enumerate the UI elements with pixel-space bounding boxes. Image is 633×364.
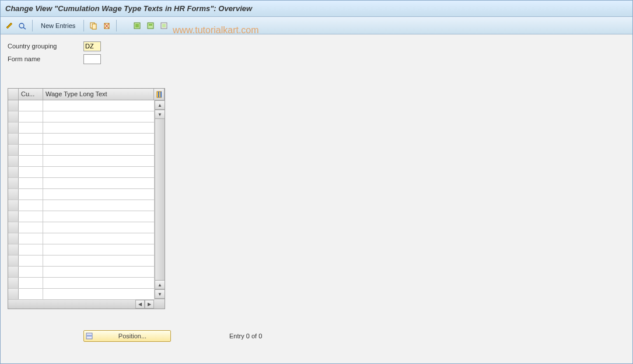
table-row[interactable] xyxy=(8,111,155,123)
scroll-down2-icon[interactable]: ▼ xyxy=(155,289,165,299)
deselect-all-icon[interactable] xyxy=(158,19,170,32)
column-header-cu[interactable]: Cu... xyxy=(19,89,43,100)
cell-cu[interactable] xyxy=(19,289,43,299)
cell-wage-text[interactable] xyxy=(43,200,155,211)
cell-cu[interactable] xyxy=(19,200,43,211)
cell-cu[interactable] xyxy=(19,156,43,166)
new-entries-label: New Entries xyxy=(41,22,75,29)
table-row[interactable] xyxy=(8,189,155,200)
cell-wage-text[interactable] xyxy=(43,111,155,122)
cell-wage-text[interactable] xyxy=(43,233,155,244)
cell-wage-text[interactable] xyxy=(43,267,155,277)
cell-cu[interactable] xyxy=(19,100,43,111)
row-selector[interactable] xyxy=(8,256,19,266)
row-selector-header[interactable] xyxy=(8,89,19,100)
row-selector[interactable] xyxy=(8,123,19,133)
table-row[interactable] xyxy=(8,134,155,145)
cell-wage-text[interactable] xyxy=(43,222,155,233)
scroll-up2-icon[interactable]: ▲ xyxy=(155,280,165,289)
cell-cu[interactable] xyxy=(19,189,43,200)
cell-wage-text[interactable] xyxy=(43,189,155,200)
scroll-right-icon[interactable]: ▶ xyxy=(145,300,154,309)
cell-cu[interactable] xyxy=(19,134,43,144)
cell-wage-text[interactable] xyxy=(43,167,155,177)
table-row[interactable] xyxy=(8,244,155,256)
horizontal-scrollbar[interactable]: ◀ ▶ xyxy=(8,299,165,309)
table-row[interactable] xyxy=(8,222,155,233)
country-grouping-input[interactable] xyxy=(83,41,101,51)
table-row[interactable] xyxy=(8,289,155,300)
row-selector[interactable] xyxy=(8,178,19,188)
cell-wage-text[interactable] xyxy=(43,211,155,222)
svg-point-0 xyxy=(19,23,24,28)
cell-cu[interactable] xyxy=(19,233,43,244)
cell-cu[interactable] xyxy=(19,244,43,255)
cell-wage-text[interactable] xyxy=(43,244,155,255)
cell-cu[interactable] xyxy=(19,211,43,222)
select-block-icon[interactable] xyxy=(144,19,157,32)
position-button[interactable]: Position... xyxy=(83,330,171,342)
form-name-input[interactable] xyxy=(83,54,101,64)
cell-cu[interactable] xyxy=(19,123,43,133)
cell-cu[interactable] xyxy=(19,145,43,155)
table-row[interactable] xyxy=(8,167,155,178)
row-selector[interactable] xyxy=(8,134,19,144)
row-selector[interactable] xyxy=(8,145,19,155)
table-row[interactable] xyxy=(8,145,155,156)
cell-wage-text[interactable] xyxy=(43,256,155,266)
table-row[interactable] xyxy=(8,156,155,167)
table-row[interactable] xyxy=(8,211,155,222)
table-row[interactable] xyxy=(8,278,155,289)
cell-wage-text[interactable] xyxy=(43,123,155,133)
row-selector[interactable] xyxy=(8,278,19,288)
row-selector[interactable] xyxy=(8,222,19,233)
cell-wage-text[interactable] xyxy=(43,156,155,166)
cell-wage-text[interactable] xyxy=(43,134,155,144)
cell-cu[interactable] xyxy=(19,178,43,188)
cell-wage-text[interactable] xyxy=(43,289,155,299)
table-row[interactable] xyxy=(8,123,155,134)
table-row[interactable] xyxy=(8,267,155,278)
row-selector[interactable] xyxy=(8,100,19,111)
row-selector[interactable] xyxy=(8,189,19,200)
row-selector[interactable] xyxy=(8,233,19,244)
cell-wage-text[interactable] xyxy=(43,178,155,188)
scroll-left-icon[interactable]: ◀ xyxy=(135,300,145,309)
cell-wage-text[interactable] xyxy=(43,100,155,111)
table-row[interactable] xyxy=(8,256,155,267)
row-selector[interactable] xyxy=(8,244,19,255)
table-header: Cu... Wage Type Long Text xyxy=(8,89,165,100)
cell-cu[interactable] xyxy=(19,256,43,266)
copy-icon[interactable] xyxy=(87,19,100,32)
change-toggle-icon[interactable] xyxy=(3,19,16,32)
row-selector[interactable] xyxy=(8,111,19,122)
column-header-wage-text[interactable]: Wage Type Long Text xyxy=(43,89,154,100)
new-entries-button[interactable]: New Entries xyxy=(36,19,81,32)
scroll-up-icon[interactable]: ▲ xyxy=(155,100,165,110)
row-selector[interactable] xyxy=(8,267,19,277)
cell-cu[interactable] xyxy=(19,222,43,233)
other-view-icon[interactable] xyxy=(16,19,29,32)
row-selector[interactable] xyxy=(8,289,19,299)
scroll-down-icon[interactable]: ▼ xyxy=(155,110,165,119)
row-selector[interactable] xyxy=(8,156,19,166)
page-title: Change View "Cumulation Wage Type Texts … xyxy=(5,4,252,13)
table-settings-icon[interactable] xyxy=(154,89,165,100)
content-area: Country grouping Form name Cu... Wage Ty… xyxy=(1,34,632,348)
row-selector[interactable] xyxy=(8,167,19,177)
table-row[interactable] xyxy=(8,100,155,111)
select-all-icon[interactable] xyxy=(131,19,144,32)
cell-wage-text[interactable] xyxy=(43,278,155,288)
table-row[interactable] xyxy=(8,233,155,244)
row-selector[interactable] xyxy=(8,211,19,222)
vertical-scrollbar[interactable]: ▲ ▼ ▲ ▼ xyxy=(155,100,165,299)
row-selector[interactable] xyxy=(8,200,19,211)
cell-wage-text[interactable] xyxy=(43,145,155,155)
cell-cu[interactable] xyxy=(19,278,43,288)
table-row[interactable] xyxy=(8,200,155,211)
cell-cu[interactable] xyxy=(19,267,43,277)
table-row[interactable] xyxy=(8,178,155,189)
delete-icon[interactable] xyxy=(100,19,113,32)
cell-cu[interactable] xyxy=(19,111,43,122)
cell-cu[interactable] xyxy=(19,167,43,177)
